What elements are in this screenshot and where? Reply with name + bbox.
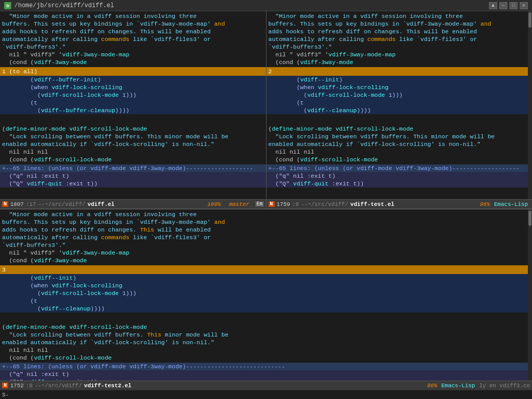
pane-1-diff-fold[interactable]: +--65 lines: (unless (or vdiff-mode vdif… <box>0 164 266 172</box>
pane-3-code: "Minor mode active in a vdiff session in… <box>0 209 532 265</box>
pane-2-bottom-block: ("q" nil :exit t) ("Q" vdiff-quit :exit … <box>267 172 533 187</box>
bottom-section: "Minor mode active in a vdiff session in… <box>0 209 532 399</box>
pane-1-empty <box>0 114 266 124</box>
minibuffer-text: S- <box>2 392 9 398</box>
status-path-1: --~/src/vdiff/ <box>38 201 85 207</box>
status-mode-2: Emacs-Lisp <box>494 201 528 207</box>
pane-3-diff-fold[interactable]: +--65 lines: (unless (or vdiff-mode vdif… <box>0 363 532 370</box>
status-sep-3: :8 <box>26 383 32 389</box>
app-window: ✿ /home/jb/src/vdiff/vdiff.el ▲ ─ □ ✕ "M… <box>0 0 532 399</box>
scrollbar-thumb-3[interactable] <box>528 211 531 226</box>
iconify-button[interactable]: ─ <box>499 2 507 9</box>
scrollbar-3[interactable] <box>528 209 532 381</box>
app-icon: ✿ <box>4 2 11 9</box>
status-percent-3: 96% <box>427 383 437 389</box>
status-bar-2: N 1759 :8 --~/src/vdiff/ vdiff-test.el 9… <box>267 199 533 208</box>
status-percent-2: 96% <box>480 201 490 207</box>
section-header-1: 1 (to all) <box>0 67 266 76</box>
pane-1: "Minor mode active in a vdiff session in… <box>0 11 267 208</box>
pane-1-bottom-block: ("q" nil :exit t) ("Q" vdiff-quit :exit … <box>0 172 266 187</box>
pane-3-content[interactable]: "Minor mode active in a vdiff session in… <box>0 209 532 381</box>
section-header-2: 2 <box>267 67 533 76</box>
status-sep-1: :17 <box>26 201 36 207</box>
status-sep-2: :8 <box>292 201 299 207</box>
window-title: /home/jb/src/vdiff/vdiff.el <box>14 2 114 9</box>
top-panes-row: "Minor mode active in a vdiff session in… <box>0 11 532 209</box>
pane-2-code: "Minor mode active in a vdiff session in… <box>267 11 533 67</box>
status-pos-2: 1759 <box>277 201 290 207</box>
status-path-3: --~/src/vdiff/ <box>35 383 82 389</box>
status-pos-3: 1752 <box>10 383 24 389</box>
maximize-button[interactable]: □ <box>509 2 518 9</box>
pane-2-empty <box>267 114 533 124</box>
status-badge-em-1: Em <box>255 201 263 207</box>
status-bar-1: N 1807 :17 --~/src/vdiff/ vdiff.el 100% … <box>0 199 266 208</box>
pane-2: "Minor mode active in a vdiff session in… <box>267 11 533 208</box>
pane-3-code2: (define-minor-mode vdiff-scroll-lock-mod… <box>0 322 532 363</box>
pane-1-code: "Minor mode active in a vdiff session in… <box>0 11 266 67</box>
section-header-3: 3 <box>0 265 532 274</box>
status-mode-3: Emacs-Lisp <box>441 383 475 389</box>
pane-3-empty <box>0 312 532 322</box>
status-file-1: vdiff.el <box>88 201 115 207</box>
status-branch-1: master <box>229 201 250 207</box>
minimize-button[interactable]: ▲ <box>489 2 497 9</box>
pane-3-diff-block: (vdiff--init) (when vdiff-lock-scrolling… <box>0 274 532 312</box>
status-bar-3: N 1752 :8 --~/src/vdiff/ vdiff-test2.el … <box>0 381 532 390</box>
status-badge-3: N <box>2 383 8 388</box>
pane-2-diff-fold[interactable]: +--65 lines: (unless (or vdiff-mode vdif… <box>267 164 533 172</box>
editor-area: "Minor mode active in a vdiff session in… <box>0 11 532 399</box>
status-tail-3: ly en vdiff3.co <box>479 383 530 389</box>
title-bar-left: ✿ /home/jb/src/vdiff/vdiff.el <box>4 2 114 9</box>
status-file-3: vdiff-test2.el <box>84 383 131 389</box>
status-badge-2: N <box>269 201 275 207</box>
minibuffer: S- <box>0 390 532 399</box>
pane-1-code2: (define-minor-mode vdiff-scroll-lock-mod… <box>0 124 266 164</box>
pane-1-content[interactable]: "Minor mode active in a vdiff session in… <box>0 11 266 199</box>
status-file-2: vdiff-test.el <box>351 201 395 207</box>
pane-2-content[interactable]: "Minor mode active in a vdiff session in… <box>267 11 533 199</box>
title-bar: ✿ /home/jb/src/vdiff/vdiff.el ▲ ─ □ ✕ <box>0 0 532 11</box>
status-pos-1: 1807 <box>10 201 24 207</box>
scrollbar-thumb-2[interactable] <box>528 12 531 28</box>
scrollbar-2[interactable] <box>528 11 532 199</box>
close-button[interactable]: ✕ <box>520 2 528 9</box>
pane-3-bottom-block: ("q" nil :exit t) ("Q" vdiff-quit :exit … <box>0 370 532 381</box>
pane-2-diff-block: (vdiff--init) (when vdiff-lock-scrolling… <box>267 76 533 114</box>
status-percent-1: 100% <box>207 201 220 207</box>
status-path-2: --~/src/vdiff/ <box>301 201 348 207</box>
pane-2-code2: (define-minor-mode vdiff-scroll-lock-mod… <box>267 124 533 164</box>
window-controls[interactable]: ▲ ─ □ ✕ <box>489 2 528 9</box>
pane-1-diff-block: (vdiff--buffer-init) (when vdiff-lock-sc… <box>0 76 266 114</box>
status-badge-1: N <box>2 201 8 207</box>
